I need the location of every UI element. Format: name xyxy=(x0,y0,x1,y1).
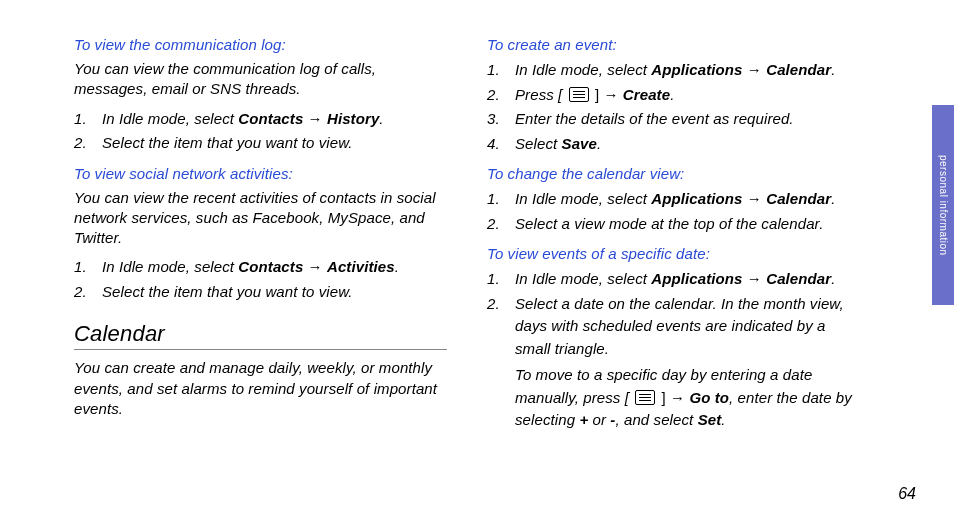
arrow-icon: → xyxy=(303,110,327,127)
heading-change-view: To change the calendar view: xyxy=(487,165,860,182)
step-number: 1. xyxy=(74,108,102,131)
side-tab: personal information xyxy=(932,105,954,305)
bold-text: Activities xyxy=(327,258,395,275)
step-body: In Idle mode, select Applications → Cale… xyxy=(515,59,860,82)
list-item: 2. Press [ ] → Create. xyxy=(487,84,860,107)
bold-text: Calendar xyxy=(766,61,831,78)
step-body: Select the item that you want to view. xyxy=(102,132,447,155)
step-text: Press [ xyxy=(515,86,567,103)
step-text: Select xyxy=(515,135,562,152)
step-text: . xyxy=(831,190,835,207)
bold-text: Set xyxy=(698,411,722,428)
list-item: 1. In Idle mode, select Contacts → Histo… xyxy=(74,108,447,131)
step-text: . xyxy=(670,86,674,103)
step-body: In Idle mode, select Contacts → Activiti… xyxy=(102,256,447,279)
list-item: 2. Select a view mode at the top of the … xyxy=(487,213,860,236)
arrow-icon: → xyxy=(303,258,327,275)
heading-view-date: To view events of a specific date: xyxy=(487,245,860,262)
step-text: In Idle mode, select xyxy=(515,190,651,207)
bold-text: Calendar xyxy=(766,270,831,287)
step-number: 1. xyxy=(74,256,102,279)
step-body: Select Save. xyxy=(515,133,860,156)
step-text: In Idle mode, select xyxy=(515,270,651,287)
para-comm-log: You can view the communication log of ca… xyxy=(74,59,447,100)
bold-text: Applications xyxy=(651,270,742,287)
steps-view-date: 1. In Idle mode, select Applications → C… xyxy=(487,268,860,432)
bold-text: Go to xyxy=(689,389,729,406)
step-text: . xyxy=(395,258,399,275)
list-item: 1. In Idle mode, select Applications → C… xyxy=(487,268,860,291)
right-column: To create an event: 1. In Idle mode, sel… xyxy=(487,30,860,442)
bold-text: + xyxy=(579,411,588,428)
bold-text: Create xyxy=(623,86,670,103)
step-sub-text: To move to a specific day by entering a … xyxy=(515,364,860,432)
step-body: Select a date on the calendar. In the mo… xyxy=(515,293,860,432)
step-text: . xyxy=(379,110,383,127)
left-column: To view the communication log: You can v… xyxy=(74,30,447,442)
step-text: ] → xyxy=(657,389,689,406)
list-item: 4. Select Save. xyxy=(487,133,860,156)
section-title-calendar: Calendar xyxy=(74,321,447,350)
menu-key-icon xyxy=(569,87,589,102)
step-number: 1. xyxy=(487,188,515,211)
side-tab-label: personal information xyxy=(938,155,949,256)
heading-comm-log: To view the communication log: xyxy=(74,36,447,53)
list-item: 2. Select the item that you want to view… xyxy=(74,281,447,304)
step-number: 4. xyxy=(487,133,515,156)
heading-social: To view social network activities: xyxy=(74,165,447,182)
page-number: 64 xyxy=(898,485,916,503)
steps-social: 1. In Idle mode, select Contacts → Activ… xyxy=(74,256,447,303)
bold-text: Applications xyxy=(651,61,742,78)
list-item: 2. Select a date on the calendar. In the… xyxy=(487,293,860,432)
bold-text: Applications xyxy=(651,190,742,207)
step-body: Press [ ] → Create. xyxy=(515,84,860,107)
para-social: You can view the recent activities of co… xyxy=(74,188,447,249)
step-number: 2. xyxy=(487,213,515,236)
step-text: In Idle mode, select xyxy=(515,61,651,78)
step-text: In Idle mode, select xyxy=(102,110,238,127)
step-number: 1. xyxy=(487,268,515,291)
bold-text: History xyxy=(327,110,379,127)
step-body: Select the item that you want to view. xyxy=(102,281,447,304)
bold-text: Contacts xyxy=(238,110,303,127)
step-text: , and select xyxy=(615,411,697,428)
arrow-icon: → xyxy=(743,61,767,78)
arrow-icon: → xyxy=(743,270,767,287)
step-body: In Idle mode, select Applications → Cale… xyxy=(515,188,860,211)
page-content: To view the communication log: You can v… xyxy=(0,0,920,442)
step-number: 3. xyxy=(487,108,515,131)
heading-create-event: To create an event: xyxy=(487,36,860,53)
list-item: 1. In Idle mode, select Applications → C… xyxy=(487,59,860,82)
step-body: Enter the details of the event as requir… xyxy=(515,108,860,131)
bold-text: Contacts xyxy=(238,258,303,275)
step-text: Select a date on the calendar. In the mo… xyxy=(515,295,844,357)
step-number: 2. xyxy=(74,132,102,155)
bold-text: Save xyxy=(562,135,597,152)
list-item: 3. Enter the details of the event as req… xyxy=(487,108,860,131)
steps-comm-log: 1. In Idle mode, select Contacts → Histo… xyxy=(74,108,447,155)
list-item: 1. In Idle mode, select Applications → C… xyxy=(487,188,860,211)
step-text: . xyxy=(831,270,835,287)
step-number: 2. xyxy=(487,293,515,316)
step-body: Select a view mode at the top of the cal… xyxy=(515,213,860,236)
bold-text: Calendar xyxy=(766,190,831,207)
step-text: . xyxy=(597,135,601,152)
step-number: 2. xyxy=(487,84,515,107)
step-text: . xyxy=(831,61,835,78)
step-text: or xyxy=(588,411,610,428)
step-text: . xyxy=(721,411,725,428)
step-text: In Idle mode, select xyxy=(102,258,238,275)
step-text: ] → xyxy=(591,86,623,103)
para-calendar-intro: You can create and manage daily, weekly,… xyxy=(74,358,447,419)
step-number: 1. xyxy=(487,59,515,82)
step-body: In Idle mode, select Contacts → History. xyxy=(102,108,447,131)
step-body: In Idle mode, select Applications → Cale… xyxy=(515,268,860,291)
steps-create-event: 1. In Idle mode, select Applications → C… xyxy=(487,59,860,155)
step-number: 2. xyxy=(74,281,102,304)
list-item: 1. In Idle mode, select Contacts → Activ… xyxy=(74,256,447,279)
arrow-icon: → xyxy=(743,190,767,207)
list-item: 2. Select the item that you want to view… xyxy=(74,132,447,155)
menu-key-icon xyxy=(635,390,655,405)
steps-change-view: 1. In Idle mode, select Applications → C… xyxy=(487,188,860,235)
